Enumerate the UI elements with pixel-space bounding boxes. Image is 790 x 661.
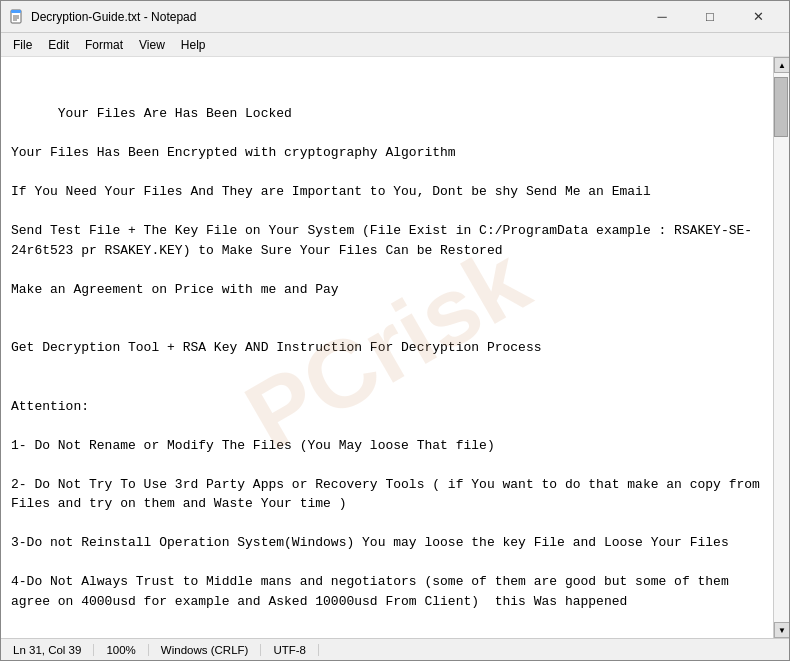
app-icon (9, 9, 25, 25)
window-title: Decryption-Guide.txt - Notepad (31, 10, 639, 24)
content-area: PCrisk Your Files Are Has Been Locked Yo… (1, 57, 789, 638)
svg-rect-1 (11, 10, 21, 13)
minimize-button[interactable]: ─ (639, 1, 685, 33)
encoding: UTF-8 (261, 644, 319, 656)
scroll-track[interactable] (774, 73, 789, 622)
window-controls: ─ □ ✕ (639, 1, 781, 33)
cursor-position: Ln 31, Col 39 (9, 644, 94, 656)
scroll-thumb[interactable] (774, 77, 788, 137)
menu-edit[interactable]: Edit (40, 36, 77, 54)
close-button[interactable]: ✕ (735, 1, 781, 33)
scroll-down-button[interactable]: ▼ (774, 622, 789, 638)
maximize-button[interactable]: □ (687, 1, 733, 33)
menu-file[interactable]: File (5, 36, 40, 54)
menu-help[interactable]: Help (173, 36, 214, 54)
text-editor[interactable]: PCrisk Your Files Are Has Been Locked Yo… (1, 57, 773, 638)
status-bar: Ln 31, Col 39 100% Windows (CRLF) UTF-8 (1, 638, 789, 660)
vertical-scrollbar[interactable]: ▲ ▼ (773, 57, 789, 638)
menu-view[interactable]: View (131, 36, 173, 54)
title-bar: Decryption-Guide.txt - Notepad ─ □ ✕ (1, 1, 789, 33)
menu-format[interactable]: Format (77, 36, 131, 54)
scroll-up-button[interactable]: ▲ (774, 57, 789, 73)
menu-bar: File Edit Format View Help (1, 33, 789, 57)
editor-text: Your Files Are Has Been Locked Your File… (11, 106, 768, 638)
notepad-window: Decryption-Guide.txt - Notepad ─ □ ✕ Fil… (0, 0, 790, 661)
zoom-level: 100% (94, 644, 148, 656)
line-ending: Windows (CRLF) (149, 644, 262, 656)
